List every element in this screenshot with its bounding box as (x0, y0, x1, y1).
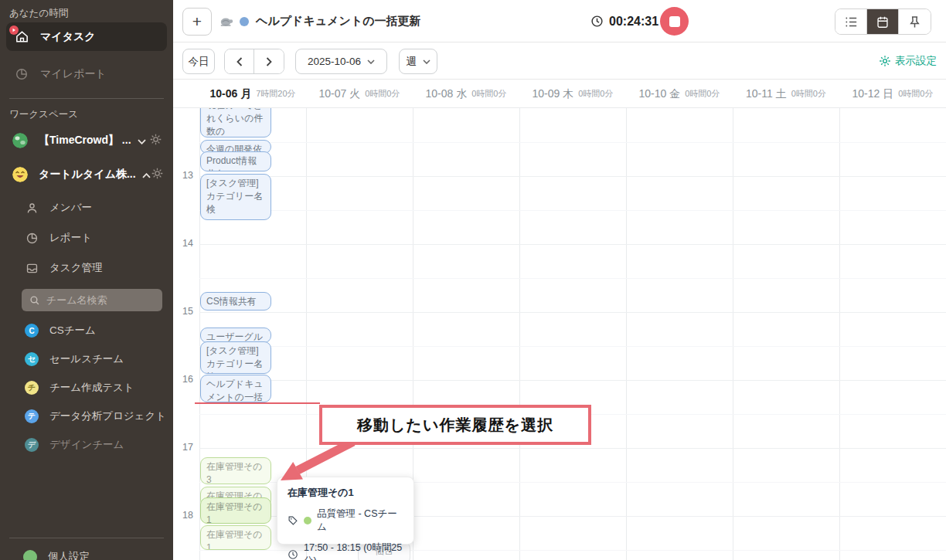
sidebar: あなたの時間 マイタスク マイレポート ワークスペース 【TimeCrowd】 … (0, 0, 173, 560)
sidebar-workspace-turtle-time[interactable]: タートルタイム株... (6, 162, 167, 187)
team-label: CSチーム (49, 324, 96, 338)
day-header-cell[interactable]: 10-12 日0時間0分 (839, 80, 946, 108)
gear-icon[interactable] (149, 133, 162, 149)
tooltip-category: 品質管理 - CSチーム (317, 507, 403, 534)
stop-icon (669, 16, 680, 27)
workspace-section-label: ワークスペース (9, 108, 78, 121)
calendar-grid: 移動したい作業履歴を選択 在庫管理その1 品質管理 - CSチーム 17:50 … (173, 108, 946, 560)
day-date-label: 10-07 火 (319, 87, 361, 101)
sidebar-workspace-timecrowd[interactable]: 【TimeCrowd】 ... (6, 128, 167, 153)
day-header-cell[interactable]: 10-06 月7時間20分 (199, 80, 306, 108)
task-category-dot (240, 17, 249, 26)
grid-half-hour-line (199, 346, 946, 347)
turtle-avatar-icon (219, 16, 233, 27)
grid-half-hour-line (199, 142, 946, 143)
tag-icon (288, 515, 298, 526)
members-label: メンバー (49, 201, 92, 215)
pie-chart-icon (14, 66, 29, 82)
hour-label: 15 (173, 306, 193, 317)
report-label: レポート (49, 231, 92, 245)
view-toggle-group (835, 8, 931, 35)
annotation-arrow-icon (267, 439, 367, 487)
sidebar-item-personal-settings[interactable]: 個人設定 (19, 545, 167, 560)
team-avatar: C (25, 324, 39, 338)
day-date-label: 10-11 土 (746, 87, 787, 101)
sidebar-divider (9, 538, 164, 538)
hour-label: 17 (173, 442, 193, 453)
day-duration-label: 0時間0分 (791, 88, 826, 100)
sidebar-item-task-management[interactable]: タスク管理 (19, 256, 167, 280)
calendar-event[interactable]: 在庫管理その1 (200, 525, 271, 550)
sidebar-item-team[interactable]: セセールスチーム (19, 348, 167, 371)
sidebar-item-team[interactable]: テデータ分析プロジェクト (19, 405, 167, 428)
chevron-up-icon[interactable] (142, 168, 151, 182)
list-view-button[interactable] (835, 9, 867, 34)
grid-hour-line (199, 312, 946, 313)
gear-icon[interactable] (151, 167, 164, 183)
annotation-callout: 移動したい作業履歴を選択 (319, 405, 591, 445)
calendar-event[interactable]: 在庫管理その3 (200, 457, 271, 484)
team-search-input[interactable] (46, 294, 147, 306)
day-duration-label: 0時間0分 (685, 88, 720, 100)
sidebar-item-members[interactable]: メンバー (19, 196, 167, 219)
clock-icon (590, 15, 604, 28)
sidebar-item-my-task[interactable]: マイタスク (6, 22, 167, 51)
chevron-down-icon (423, 59, 430, 64)
view-unit-button[interactable]: 週 (399, 49, 437, 74)
topbar: + ヘルプドキュメントの一括更新 00:24:31 (173, 0, 946, 42)
day-date-label: 10-09 木 (533, 87, 574, 101)
hour-label: 16 (173, 374, 193, 385)
chevron-down-icon (367, 59, 375, 64)
inbox-icon (25, 261, 39, 275)
add-task-button[interactable]: + (182, 8, 212, 36)
calendar-event[interactable]: 在庫管理その1 (200, 497, 271, 524)
workspace-name: タートルタイム株... (39, 168, 136, 182)
day-duration-label: 0時間0分 (365, 88, 400, 100)
calendar-event[interactable]: [タスク管理] カテゴリー名検 (200, 174, 271, 220)
search-icon (29, 295, 40, 306)
team-label: セールスチーム (49, 352, 124, 366)
day-header-row: 10-06 月7時間20分10-07 火0時間0分10-08 水0時間0分10-… (173, 80, 946, 108)
next-week-button[interactable] (254, 49, 284, 73)
sidebar-item-my-report[interactable]: マイレポート (6, 62, 167, 87)
sidebar-item-report[interactable]: レポート (19, 226, 167, 249)
day-duration-label: 0時間0分 (578, 88, 613, 100)
day-header-cell[interactable]: 10-09 木0時間0分 (519, 80, 626, 108)
team-avatar: デ (25, 438, 39, 452)
calendar-event[interactable]: [タスク管理] カテゴリー名検 (200, 341, 271, 374)
display-settings-label: 表示設定 (895, 54, 937, 68)
team-avatar: セ (25, 352, 39, 366)
sidebar-item-team[interactable]: チチーム作成テスト (19, 376, 167, 399)
prev-week-button[interactable] (225, 49, 254, 73)
calendar-toolbar: 今日 2025-10-06 週 (173, 42, 946, 80)
day-header-cell[interactable]: 10-07 火0時間0分 (306, 80, 413, 108)
your-time-section-label: あなたの時間 (9, 7, 68, 20)
workspace-avatar-globe (12, 133, 28, 148)
display-settings-button[interactable]: 表示設定 (879, 42, 937, 80)
date-picker-button[interactable]: 2025-10-06 (295, 49, 387, 74)
calendar-event[interactable]: CS情報共有 (200, 292, 271, 311)
sidebar-item-team[interactable]: CCSチーム (19, 319, 167, 342)
calendar-view-button[interactable] (867, 9, 899, 34)
grid-hour-line (199, 244, 946, 245)
stop-timer-button[interactable] (660, 7, 689, 36)
tooltip-time: 17:50 - 18:15 (0時間25分) (304, 541, 403, 560)
date-picker-value: 2025-10-06 (308, 56, 361, 67)
timer: 00:24:31 (590, 0, 658, 42)
sidebar-item-team[interactable]: デデザインチーム (19, 433, 167, 456)
today-button[interactable]: 今日 (182, 49, 215, 74)
calendar-event[interactable]: ヘルプドキュメントの一括更新 (200, 375, 271, 402)
calendar-event[interactable]: Product情報共有 (200, 151, 271, 171)
calendar-event[interactable]: 現在のUIでどれくらいの件数の (200, 108, 271, 137)
category-color-dot (304, 517, 311, 524)
day-header-cell[interactable]: 10-11 土0時間0分 (733, 80, 839, 108)
day-header-cell[interactable]: 10-08 水0時間0分 (413, 80, 519, 108)
workspace-name: 【TimeCrowd】 ... (39, 134, 131, 148)
calendar-event[interactable]: ユーザーグルー (200, 328, 271, 343)
tooltip-category-row: 品質管理 - CSチーム (288, 507, 403, 534)
pin-view-button[interactable] (899, 9, 931, 34)
chevron-down-icon[interactable] (138, 134, 146, 148)
day-header-cell[interactable]: 10-10 金0時間0分 (626, 80, 733, 108)
my-report-label: マイレポート (40, 67, 107, 81)
prev-next-group (224, 49, 284, 74)
